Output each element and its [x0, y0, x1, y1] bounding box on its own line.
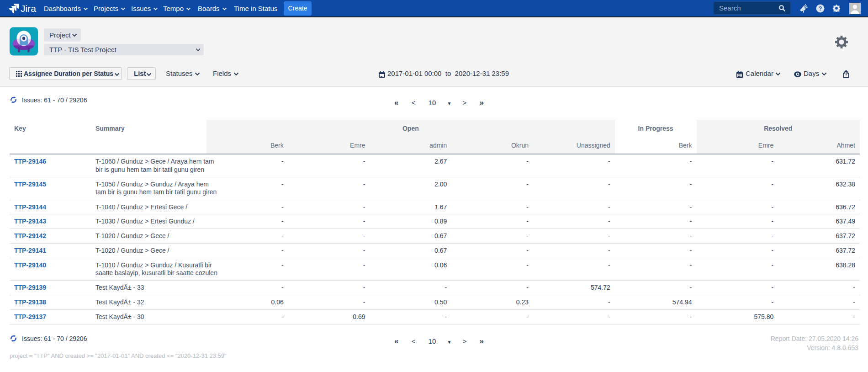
svg-text:?: ? [819, 5, 822, 12]
